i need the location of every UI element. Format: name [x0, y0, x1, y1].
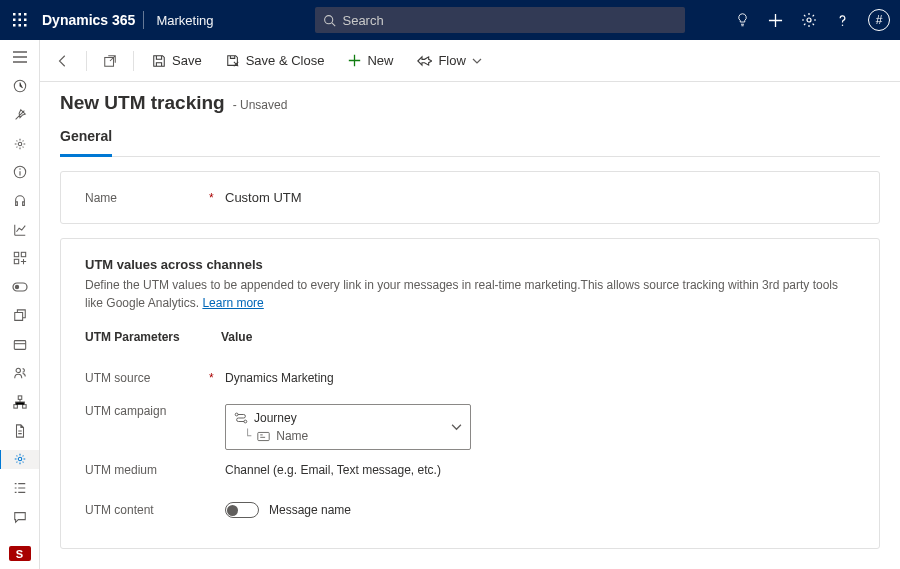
cmd-separator [86, 51, 87, 71]
gear-icon [13, 137, 27, 151]
svg-rect-17 [14, 253, 18, 257]
save-label: Save [172, 53, 202, 68]
save-close-label: Save & Close [246, 53, 325, 68]
search-icon [323, 14, 336, 27]
nav-item-3[interactable] [0, 192, 40, 211]
nav-item-5[interactable] [0, 249, 40, 268]
help-button[interactable] [835, 13, 850, 28]
svg-rect-26 [22, 405, 26, 409]
nav-item-settings-selected[interactable] [0, 450, 39, 469]
task-icon [13, 481, 27, 495]
app-launcher-button[interactable] [0, 0, 40, 40]
popout-icon [103, 54, 117, 68]
utm-source-label: UTM source [85, 371, 205, 385]
svg-point-14 [18, 142, 22, 146]
new-label: New [367, 53, 393, 68]
campaign-option-sub: Name [276, 429, 308, 443]
required-indicator: * [209, 191, 215, 205]
toggle-knob [227, 505, 238, 516]
learn-more-link[interactable]: Learn more [202, 296, 263, 310]
new-button[interactable]: New [338, 47, 403, 74]
svg-rect-19 [14, 260, 18, 264]
utm-section-desc: Define the UTM values to be appended to … [85, 276, 855, 312]
sitemap-switcher[interactable]: S [9, 546, 31, 561]
nav-item-6[interactable] [0, 278, 40, 297]
gear-icon [13, 452, 27, 466]
nav-item-11[interactable] [0, 421, 40, 440]
save-button[interactable]: Save [142, 47, 212, 74]
nav-item-7[interactable] [0, 306, 40, 325]
clock-icon [13, 79, 27, 93]
nav-item-8[interactable] [0, 335, 40, 354]
module-label[interactable]: Marketing [144, 13, 225, 28]
utm-source-value[interactable]: Dynamics Marketing [225, 371, 334, 385]
waffle-icon [13, 13, 27, 27]
svg-point-16 [19, 168, 20, 169]
utm-content-value: Message name [269, 503, 351, 517]
svg-rect-24 [18, 396, 22, 400]
svg-rect-18 [21, 253, 25, 257]
brand-label[interactable]: Dynamics 365 [40, 12, 143, 28]
svg-point-23 [16, 368, 20, 372]
utm-card: UTM values across channels Define the UT… [60, 238, 880, 549]
svg-point-12 [842, 24, 844, 26]
nav-item-12[interactable] [0, 479, 40, 498]
nav-item-13[interactable] [0, 508, 40, 527]
col-params: UTM Parameters [85, 330, 221, 344]
nav-recent[interactable] [0, 77, 40, 96]
chevron-down-icon [451, 422, 462, 433]
utm-campaign-label: UTM campaign [85, 404, 205, 418]
utm-content-label: UTM content [85, 503, 205, 517]
nav-item-4[interactable] [0, 220, 40, 239]
chevron-down-icon [472, 56, 482, 66]
assistant-button[interactable] [735, 13, 750, 28]
journey-icon [234, 411, 248, 425]
nav-item-1[interactable] [0, 134, 40, 153]
headset-icon [13, 194, 27, 208]
save-close-button[interactable]: Save & Close [216, 47, 335, 74]
tab-general[interactable]: General [60, 120, 112, 157]
nav-pinned[interactable] [0, 105, 40, 124]
user-initial: # [876, 13, 883, 27]
utm-source-row: UTM source * Dynamics Marketing [85, 358, 855, 398]
settings-button[interactable] [801, 12, 817, 28]
save-close-icon [226, 54, 240, 68]
flow-button[interactable]: Flow [407, 47, 491, 74]
cmd-separator [133, 51, 134, 71]
plus-icon [768, 13, 783, 28]
name-card-icon [257, 431, 270, 442]
svg-rect-8 [24, 24, 27, 27]
nav-item-10[interactable] [0, 393, 40, 412]
save-icon [152, 54, 166, 68]
svg-point-30 [244, 420, 247, 423]
svg-rect-31 [258, 432, 269, 440]
card-icon [13, 338, 27, 352]
global-search-input[interactable]: Search [315, 7, 685, 33]
gear-icon [801, 12, 817, 28]
flow-label: Flow [438, 53, 465, 68]
utm-campaign-select[interactable]: Journey └ Name [225, 404, 471, 450]
open-new-window-button[interactable] [95, 48, 125, 74]
document-icon [13, 424, 27, 438]
nav-item-9[interactable] [0, 364, 40, 383]
tree-elbow-icon: └ [244, 429, 251, 443]
svg-point-11 [807, 18, 811, 22]
nav-hamburger[interactable] [0, 48, 40, 67]
back-button[interactable] [48, 48, 78, 74]
command-bar: Save Save & Close New Flow [40, 40, 900, 82]
svg-rect-6 [13, 24, 16, 27]
svg-point-21 [14, 285, 18, 289]
people-icon [13, 366, 27, 380]
user-avatar[interactable]: # [868, 9, 890, 31]
toggle-icon [12, 282, 28, 292]
chat-icon [13, 510, 27, 524]
name-value[interactable]: Custom UTM [225, 190, 302, 205]
col-value: Value [221, 330, 252, 344]
svg-point-27 [18, 458, 22, 462]
quick-create-button[interactable] [768, 13, 783, 28]
hamburger-icon [13, 51, 27, 63]
plus-icon [348, 54, 361, 67]
utm-content-toggle[interactable] [225, 502, 259, 518]
nav-item-2[interactable] [0, 163, 40, 182]
info-icon [13, 165, 27, 179]
